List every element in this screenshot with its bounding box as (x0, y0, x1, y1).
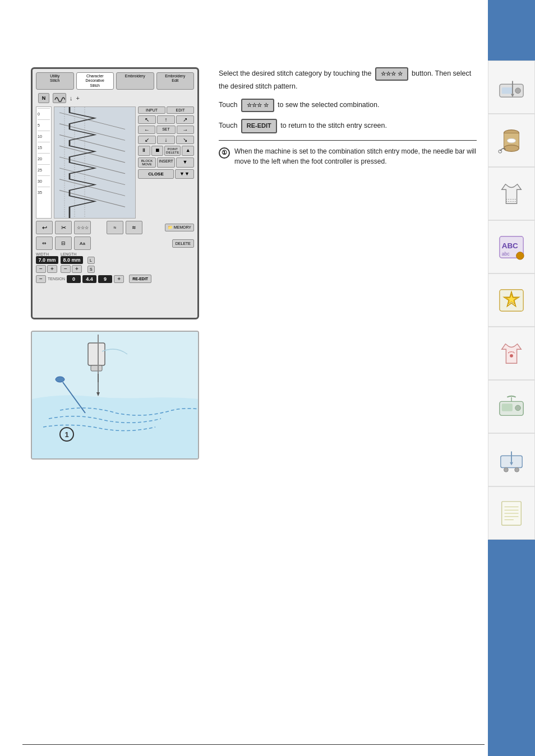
close-row: CLOSE ▼▼ (138, 169, 194, 179)
layout-icon[interactable]: ⊟ (55, 236, 72, 250)
up-btn[interactable]: ▲ (182, 146, 194, 156)
ruler-35: 35 (38, 187, 50, 198)
svg-text:ABC: ABC (502, 241, 518, 249)
stop-btn[interactable]: ⏹ (151, 146, 164, 156)
block-move-btn[interactable]: BLOCK MOVE (138, 157, 156, 168)
abc-icon: ABC abc (497, 230, 525, 264)
width-plus-btn[interactable]: + (47, 265, 57, 273)
machine-tabs: UtilityStitch CharacterDecorativeStitch … (36, 72, 194, 90)
tab-utility-stitch[interactable]: UtilityStitch (36, 72, 74, 90)
note-marker: ① (219, 147, 230, 159)
stars-button-inline-large: ☆☆☆ ☆ (375, 67, 408, 81)
svg-point-35 (504, 467, 509, 472)
document-icon (497, 497, 525, 530)
arrows-row-1: ↖ ↑ ↗ (138, 115, 194, 124)
tab-character-decorative[interactable]: CharacterDecorativeStitch (76, 72, 114, 90)
basic-sewing-icon (497, 443, 525, 477)
text-size-icon[interactable]: Aa (74, 236, 91, 250)
ruler-20: 20 (38, 153, 50, 164)
scroll-down-btn[interactable]: ▼▼ (175, 169, 194, 179)
tension-max-value: 9 (98, 275, 112, 283)
bottom-icons-row: ↩ ✂ ☆☆☆ ≈ ≋ 📁 MEMORY (36, 221, 194, 234)
para-1: Select the desired stitch category by to… (219, 67, 477, 92)
down-btn2[interactable]: ▼ (176, 157, 194, 168)
close-btn[interactable]: CLOSE (138, 169, 174, 179)
tension-plus-btn[interactable]: + (114, 275, 124, 283)
svg-rect-11 (502, 87, 513, 94)
arrow-down-btn[interactable]: ↓ (157, 136, 175, 144)
length-plus-btn[interactable]: + (72, 265, 82, 273)
machine-body: 0 5 10 15 20 25 30 35 (36, 106, 194, 219)
svg-point-18 (507, 138, 515, 143)
delete-btn[interactable]: DELETE (172, 239, 194, 248)
scissors-icon[interactable]: ✂ (55, 221, 72, 234)
point-delete-btn[interactable]: POINT DELETE (164, 146, 181, 156)
memory-btn[interactable]: 📁 MEMORY (165, 224, 194, 231)
insert-btn[interactable]: INSERT (157, 157, 175, 168)
input-btn[interactable]: INPUT (138, 106, 165, 114)
svg-point-7 (56, 377, 64, 382)
block-insert-row: BLOCK MOVE INSERT ▼ (138, 157, 194, 168)
arrow-downleft-btn[interactable]: ↙ (138, 136, 156, 144)
note-row: ① When the machine is set to the combina… (219, 146, 477, 166)
svg-point-17 (504, 145, 519, 151)
advanced-icon (497, 390, 525, 424)
wave-icon[interactable]: ≈ (107, 221, 123, 234)
spacer (93, 221, 104, 234)
set-btn[interactable]: SET (156, 126, 175, 134)
stars-icon[interactable]: ☆☆☆ (74, 221, 91, 234)
machine-ruler: 0 5 10 15 20 25 30 35 (36, 106, 52, 219)
arrow-down-icon: ↓ (70, 95, 73, 101)
sidebar-item-1[interactable] (488, 61, 535, 114)
garment-icon (497, 177, 525, 211)
input-edit-row: INPUT EDIT (138, 106, 194, 114)
width-length-row: WIDTH 7.0 mm − + LENGTH 8.0 mm − + (36, 252, 194, 273)
sidebar-item-8[interactable] (488, 433, 535, 486)
svg-point-32 (515, 405, 521, 411)
undo-icon[interactable]: ↩ (36, 221, 53, 234)
sidebar-item-9[interactable] (488, 486, 535, 540)
ruler-0: 0 (38, 108, 50, 119)
sidebar-item-2[interactable] (488, 114, 535, 167)
tension-minus-btn[interactable]: − (36, 275, 46, 283)
svg-point-36 (515, 467, 519, 472)
note-text: When the machine is set to the combinati… (234, 146, 477, 166)
sewing-illustration: 1 (31, 331, 199, 460)
tension-row: − TENSION 0 4.4 9 + RE-EDIT (36, 275, 194, 283)
arrow-right-btn[interactable]: → (177, 126, 194, 134)
sidebar-item-5[interactable] (488, 273, 535, 327)
l-btn[interactable]: L (87, 257, 95, 264)
ruler-15: 15 (38, 142, 50, 153)
length-label: LENGTH (61, 252, 83, 256)
star-icon (497, 284, 525, 317)
tab-embroidery-edit[interactable]: EmbroideryEdit (156, 72, 195, 90)
n-icon[interactable]: N (38, 93, 49, 103)
arrows-row-3: ↙ ↓ ↘ (138, 136, 194, 144)
sidebar-item-7[interactable] (488, 380, 535, 433)
width-minus-btn[interactable]: − (36, 265, 46, 273)
pause-btn[interactable]: ⏸ (138, 146, 150, 156)
arrow-upleft-btn[interactable]: ↖ (138, 115, 156, 124)
length-group: LENGTH 8.0 mm − + (61, 252, 83, 273)
sidebar-item-4[interactable]: ABC abc (488, 220, 535, 273)
length-minus-btn[interactable]: − (61, 265, 71, 273)
arrow-up-btn[interactable]: ↑ (157, 115, 175, 124)
tab-embroidery[interactable]: Embroidery (116, 72, 154, 90)
wave2-icon[interactable]: ≋ (126, 221, 142, 234)
tension-value: 4.4 (82, 275, 96, 283)
ruler-10: 10 (38, 131, 50, 142)
length-value: 8.0 mm (61, 256, 83, 264)
sidebar-item-6[interactable] (488, 327, 535, 380)
arrow-left-btn[interactable]: ← (138, 126, 155, 134)
machine-bottom: ↩ ✂ ☆☆☆ ≈ ≋ 📁 MEMORY ⇔ ⊟ Aa DELETE WIDTH (36, 221, 194, 283)
s-btn[interactable]: S (87, 266, 95, 273)
re-edit-btn[interactable]: RE-EDIT (129, 275, 151, 283)
stars-button-inline-small: ☆☆☆ ☆ (241, 99, 274, 112)
arrow-downright-btn[interactable]: ↘ (176, 136, 194, 144)
length-controls: − + (61, 265, 83, 273)
edit-btn[interactable]: EDIT (167, 106, 194, 114)
sidebar-item-3[interactable] (488, 167, 535, 220)
svg-point-12 (515, 87, 521, 93)
mirror-icon[interactable]: ⇔ (36, 236, 53, 250)
arrow-upright-btn[interactable]: ↗ (176, 115, 194, 124)
